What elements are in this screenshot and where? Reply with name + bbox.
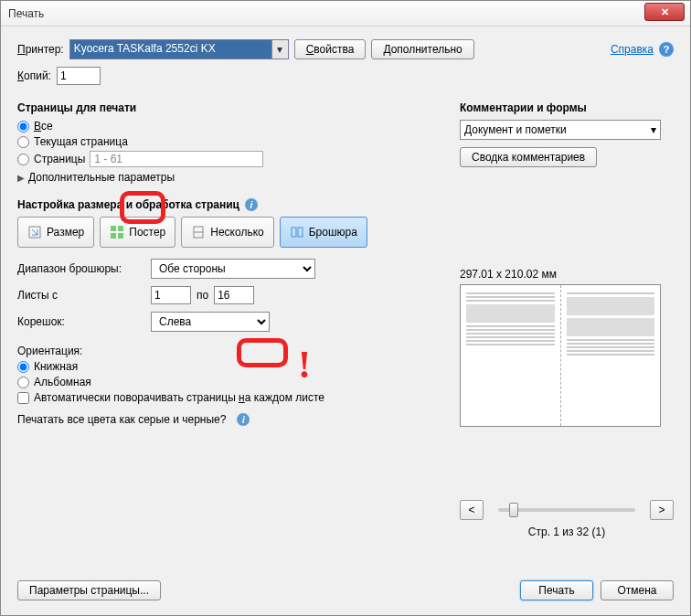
booklet-subset-label: Диапазон брошюры:: [17, 262, 145, 275]
summarize-comments-button[interactable]: Сводка комментариев: [460, 147, 597, 167]
preview-dimensions: 297.01 x 210.02 мм: [460, 268, 674, 281]
properties-button[interactable]: Свойства: [294, 39, 367, 59]
page-setup-button[interactable]: Параметры страницы...: [17, 580, 161, 600]
pages-range-radio[interactable]: [17, 154, 29, 165]
binding-label: Корешок:: [17, 315, 145, 328]
orientation-portrait-label: Книжная: [34, 360, 78, 373]
slider-thumb[interactable]: [509, 503, 518, 517]
pages-current-label: Текущая страница: [34, 135, 128, 148]
comments-select[interactable]: Документ и пометки ▾: [460, 120, 661, 140]
print-dialog: Печать ✕ Принтер: Kyocera TASKalfa 2552c…: [0, 0, 691, 616]
dropdown-arrow-icon: ▾: [271, 40, 288, 58]
close-button[interactable]: ✕: [644, 3, 685, 21]
poster-icon: [110, 225, 124, 239]
cancel-button[interactable]: Отмена: [601, 580, 674, 600]
help-link[interactable]: Справка: [611, 43, 654, 56]
booklet-icon: [290, 225, 304, 239]
orientation-label: Ориентация:: [17, 345, 438, 357]
preview-next-button[interactable]: >: [650, 500, 674, 520]
pages-range-input[interactable]: [90, 151, 263, 167]
pages-all-label: Все: [34, 120, 53, 133]
multiple-icon: [191, 225, 206, 239]
autorotate-checkbox[interactable]: [17, 392, 29, 404]
copies-input[interactable]: [57, 67, 101, 85]
sheets-to-input[interactable]: [214, 286, 254, 304]
more-options-disclosure[interactable]: ▶ Дополнительные параметры: [17, 171, 438, 184]
advanced-button[interactable]: Дополнительно: [371, 39, 473, 59]
preview-page-status: Стр. 1 из 32 (1): [460, 526, 674, 538]
info-icon[interactable]: i: [245, 198, 258, 211]
size-tab-button[interactable]: Размер: [17, 217, 94, 248]
preview-box: [460, 284, 661, 427]
print-button[interactable]: Печать: [520, 580, 593, 600]
size-icon: [27, 225, 42, 239]
booklet-tab-button[interactable]: Брошюра: [280, 217, 367, 248]
comments-section-title: Комментарии и формы: [460, 101, 674, 114]
sizing-section-title: Настройка размера и обработка страниц i: [17, 198, 438, 211]
svg-rect-1: [111, 226, 116, 231]
svg-rect-2: [118, 226, 123, 231]
svg-rect-8: [298, 228, 303, 237]
sheets-from-label: Листы с: [17, 289, 145, 302]
window-title: Печать: [8, 7, 44, 20]
sheets-from-input[interactable]: [151, 286, 191, 304]
pages-section-title: Страницы для печати: [17, 101, 438, 114]
orientation-landscape-radio[interactable]: [17, 377, 29, 388]
svg-rect-3: [111, 233, 116, 239]
triangle-right-icon: ▶: [17, 173, 25, 183]
poster-tab-button[interactable]: Постер: [100, 217, 175, 248]
pages-all-radio[interactable]: [17, 121, 29, 133]
autorotate-label: Автоматически поворачивать страницы на к…: [34, 391, 324, 404]
svg-rect-4: [118, 233, 123, 239]
preview-prev-button[interactable]: <: [460, 500, 484, 520]
booklet-subset-select[interactable]: Обе стороны: [151, 259, 315, 279]
more-options-label: Дополнительные параметры: [28, 171, 175, 184]
close-icon: ✕: [661, 6, 669, 18]
help-icon[interactable]: ?: [659, 42, 674, 57]
preview-slider[interactable]: [498, 508, 635, 512]
info-icon[interactable]: i: [237, 413, 250, 426]
copies-label: Копий:: [17, 69, 51, 82]
grayscale-prompt: Печатать все цвета как серые и черные?: [17, 413, 226, 426]
multiple-tab-button[interactable]: Несколько: [181, 217, 273, 248]
printer-value: Kyocera TASKalfa 2552ci KX: [74, 42, 216, 55]
printer-select[interactable]: Kyocera TASKalfa 2552ci KX ▾: [69, 39, 289, 59]
dropdown-arrow-icon: ▾: [651, 123, 656, 136]
content: Принтер: Kyocera TASKalfa 2552ci KX ▾ Св…: [1, 27, 690, 615]
svg-rect-7: [292, 228, 296, 237]
pages-range-label: Страницы: [34, 153, 85, 165]
orientation-landscape-label: Альбомная: [34, 376, 91, 388]
orientation-portrait-radio[interactable]: [17, 361, 29, 373]
binding-select[interactable]: Слева: [151, 312, 270, 332]
pages-current-radio[interactable]: [17, 136, 29, 148]
titlebar: Печать ✕: [1, 1, 690, 27]
sheets-to-label: по: [197, 289, 208, 302]
printer-label: Принтер:: [17, 43, 64, 56]
